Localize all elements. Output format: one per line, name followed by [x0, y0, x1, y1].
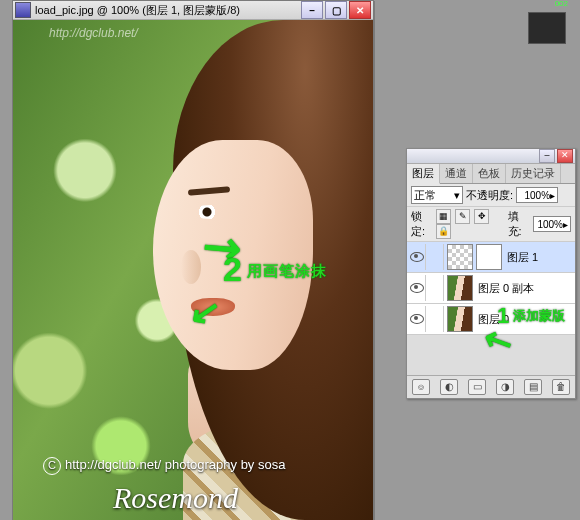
lock-all-icon[interactable]: 🔒: [436, 224, 451, 239]
chevron-down-icon: ▾: [454, 189, 460, 202]
link-column[interactable]: [429, 275, 444, 301]
visibility-toggle[interactable]: [409, 244, 426, 270]
watermark-url: http://dgclub.net/: [49, 26, 138, 40]
eye-icon: [410, 314, 424, 324]
signature-text: Rosemond: [113, 481, 238, 515]
link-column[interactable]: [429, 244, 444, 270]
navigator-label: 002: [555, 0, 568, 8]
panel-footer: ⌾ ◐ ▭ ◑ ▤ 🗑: [407, 375, 575, 398]
adjustment-layer-button[interactable]: ◑: [496, 379, 514, 395]
maximize-button[interactable]: ▢: [325, 1, 347, 19]
blend-mode-select[interactable]: 正常▾: [411, 186, 463, 204]
delete-layer-button[interactable]: 🗑: [552, 379, 570, 395]
eye-icon: [410, 283, 424, 293]
panel-titlebar[interactable]: – ✕: [407, 149, 575, 164]
copyright-icon: C: [43, 457, 61, 475]
lock-brush-icon[interactable]: ✎: [455, 209, 470, 224]
panel-annotation-text: 添加蒙版: [513, 307, 565, 325]
titlebar[interactable]: load_pic.jpg @ 100% (图层 1, 图层蒙版/8) – ▢ ✕: [13, 1, 373, 20]
new-group-button[interactable]: ▭: [468, 379, 486, 395]
blend-opacity-row: 正常▾ 不透明度: 100%▸: [407, 184, 575, 207]
lock-move-icon[interactable]: ✥: [474, 209, 489, 224]
fx-button[interactable]: ⌾: [412, 379, 430, 395]
visibility-toggle[interactable]: [409, 275, 426, 301]
lock-label: 锁定:: [411, 209, 433, 239]
new-layer-button[interactable]: ▤: [524, 379, 542, 395]
panel-close-button[interactable]: ✕: [557, 149, 573, 163]
layer-thumbnail[interactable]: [447, 275, 473, 301]
lock-fill-row: 锁定: ▦ ✎ ✥ 🔒 填充: 100%▸: [407, 207, 575, 242]
annotation-text: 用画笔涂抹: [247, 262, 327, 281]
image-canvas[interactable]: http://dgclub.net/ ↘ ↘ 2 用画笔涂抹 Chttp://d…: [13, 20, 373, 520]
visibility-toggle[interactable]: [409, 306, 426, 332]
lock-transparency-icon[interactable]: ▦: [436, 209, 451, 224]
credit-text: http://dgclub.net/ photography by sosa: [65, 457, 285, 472]
opacity-label: 不透明度:: [466, 188, 513, 203]
layer-mask-thumbnail[interactable]: [476, 244, 502, 270]
layer-row[interactable]: 图层 1: [407, 242, 575, 273]
annotation-number: 2: [223, 250, 242, 289]
eye-icon: [410, 252, 424, 262]
blend-mode-value: 正常: [414, 188, 436, 203]
layer-name[interactable]: 图层 1: [505, 250, 573, 265]
close-button[interactable]: ✕: [349, 1, 371, 19]
layer-name[interactable]: 图层 0 副本: [476, 281, 573, 296]
tab-layers[interactable]: 图层: [407, 164, 440, 184]
fill-label: 填充:: [508, 209, 530, 239]
tab-history[interactable]: 历史记录: [506, 164, 561, 183]
document-window: load_pic.jpg @ 100% (图层 1, 图层蒙版/8) – ▢ ✕…: [12, 0, 374, 520]
tab-swatches[interactable]: 色板: [473, 164, 506, 183]
layers-panel: – ✕ 图层 通道 色板 历史记录 正常▾ 不透明度: 100%▸ 锁定: ▦ …: [406, 148, 576, 399]
panel-minimize-button[interactable]: –: [539, 149, 555, 163]
app-icon: [15, 2, 31, 18]
document-title: load_pic.jpg @ 100% (图层 1, 图层蒙版/8): [35, 3, 301, 18]
layer-row[interactable]: 图层 0 副本: [407, 273, 575, 304]
layers-empty-area: 1 添加蒙版 ↘: [407, 335, 575, 375]
link-column[interactable]: [429, 306, 444, 332]
panel-tabs: 图层 通道 色板 历史记录: [407, 164, 575, 184]
minimize-button[interactable]: –: [301, 1, 323, 19]
credit-line: Chttp://dgclub.net/ photography by sosa: [43, 457, 285, 475]
add-mask-button[interactable]: ◐: [440, 379, 458, 395]
lock-icons: ▦ ✎ ✥ 🔒: [436, 209, 501, 239]
navigator-thumbnail[interactable]: [528, 12, 566, 44]
fill-input[interactable]: 100%▸: [533, 216, 571, 232]
layer-thumbnail[interactable]: [447, 306, 473, 332]
layer-thumbnail[interactable]: [447, 244, 473, 270]
tab-channels[interactable]: 通道: [440, 164, 473, 183]
opacity-input[interactable]: 100%▸: [516, 187, 558, 203]
